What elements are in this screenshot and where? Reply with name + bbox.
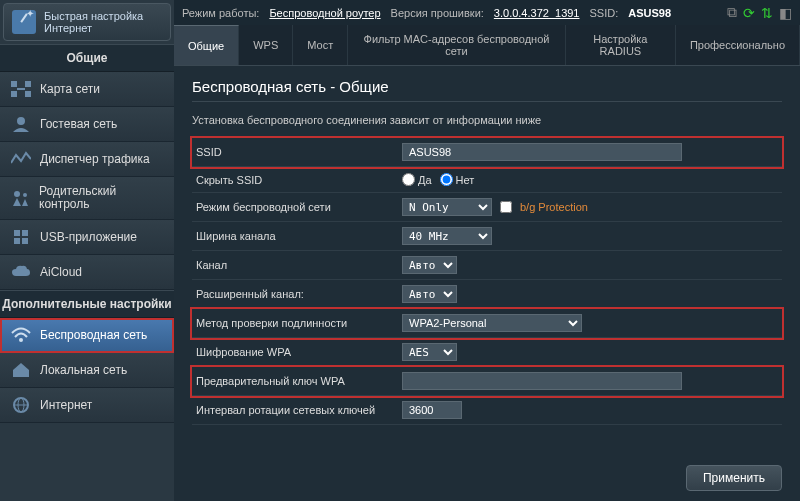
usb-status-icon[interactable]: ⇅ [761,5,773,21]
row-wpa-psk: Предварительный ключ WPA [192,367,782,396]
bg-protection-label: b/g Protection [520,201,588,213]
quick-internet-setup[interactable]: Быстрая настройка Интернет [3,3,171,41]
wifi-icon [10,326,32,344]
sidebar-item-parental-control[interactable]: Родительский контроль [0,177,174,220]
mode-link[interactable]: Беспроводной роутер [269,7,380,19]
tabs: Общие WPS Мост Фильтр MAC-адресов беспро… [174,25,800,66]
ssid-value: ASUS98 [628,7,671,19]
fw-label: Версия прошивки: [391,7,484,19]
ssid-label: SSID [192,146,402,158]
enc-select[interactable]: AES [402,343,457,361]
row-wpa-encryption: Шифрование WPA AES [192,338,782,367]
svg-point-6 [14,191,20,197]
nav-label: Гостевая сеть [40,118,117,131]
row-auth-method: Метод проверки подлинности WPA2-Personal [192,309,782,338]
sidebar-item-wan[interactable]: Интернет [0,388,174,423]
hide-ssid-yes[interactable]: Да [402,173,432,186]
svg-rect-10 [22,230,28,236]
svg-point-5 [17,117,25,125]
nav-label: AiCloud [40,266,82,279]
enc-label: Шифрование WPA [192,346,402,358]
tab-wps[interactable]: WPS [239,25,293,65]
hide-ssid-label: Скрыть SSID [192,174,402,186]
svg-rect-9 [14,238,20,244]
mode-label: Режим беспроводной сети [192,201,402,213]
row-ssid: SSID [192,138,782,167]
nav-label: USB-приложение [40,231,137,244]
globe-icon [10,396,32,414]
separator [192,101,782,102]
sidebar-item-aicloud[interactable]: AiCloud [0,255,174,290]
clients-icon[interactable]: ⧉ [727,4,737,21]
tab-mac-filter[interactable]: Фильтр MAC-адресов беспроводной сети [348,25,566,65]
nav-label: Родительский контроль [39,185,164,211]
sidebar-item-usb-app[interactable]: USB-приложение [0,220,174,255]
sidebar-item-traffic-manager[interactable]: Диспетчер трафика [0,142,174,177]
sidebar-item-wireless[interactable]: Беспроводная сеть [0,318,174,353]
traffic-icon [10,150,32,168]
row-hide-ssid: Скрыть SSID Да Нет [192,167,782,193]
tab-bridge[interactable]: Мост [293,25,348,65]
section-advanced: Дополнительные настройки [0,290,174,318]
psk-label: Предварительный ключ WPA [192,375,402,387]
main-content: Режим работы: Беспроводной роутер Версия… [174,0,800,501]
nav-label: Карта сети [40,83,100,96]
rekey-label: Интервал ротации сетевых ключей [192,404,402,416]
auth-label: Метод проверки подлинности [192,317,402,329]
nav-label: Интернет [40,399,92,412]
ssid-label: SSID: [589,7,618,19]
mode-label: Режим работы: [182,7,259,19]
svg-point-7 [23,193,27,197]
sidebar-item-lan[interactable]: Локальная сеть [0,353,174,388]
rekey-input[interactable] [402,401,462,419]
row-ext-channel: Расширенный канал: Авто [192,280,782,309]
svg-rect-4 [17,88,25,90]
svg-rect-1 [11,91,17,97]
row-channel: Канал Авто [192,251,782,280]
page-title: Беспроводная сеть - Общие [192,78,782,95]
network-map-icon [10,80,32,98]
section-general: Общие [0,44,174,72]
row-rekey-interval: Интервал ротации сетевых ключей [192,396,782,425]
width-select[interactable]: 40 MHz [402,227,492,245]
svg-rect-0 [11,81,17,87]
tab-general[interactable]: Общие [174,25,239,65]
topbar: Режим работы: Беспроводной роутер Версия… [174,0,800,25]
fw-link[interactable]: 3.0.0.4.372_1391 [494,7,580,19]
wand-icon [12,10,36,34]
apply-button[interactable]: Применить [686,465,782,491]
sidebar-item-network-map[interactable]: Карта сети [0,72,174,107]
channel-select[interactable]: Авто [402,256,457,274]
mode-select[interactable]: N Only [402,198,492,216]
nav-label: Локальная сеть [40,364,127,377]
hide-ssid-no[interactable]: Нет [440,173,475,186]
sidebar-item-guest-network[interactable]: Гостевая сеть [0,107,174,142]
nav-label: Беспроводная сеть [40,329,147,342]
svg-rect-2 [25,81,31,87]
svg-point-12 [19,338,23,342]
auth-select[interactable]: WPA2-Personal [402,314,582,332]
ext-channel-label: Расширенный канал: [192,288,402,300]
page-description: Установка беспроводного соединения завис… [192,114,782,126]
qis-label: Быстрая настройка Интернет [44,10,143,34]
nav-label: Диспетчер трафика [40,153,150,166]
row-channel-width: Ширина канала 40 MHz [192,222,782,251]
svg-rect-8 [14,230,20,236]
cloud-icon [10,263,32,281]
ssid-input[interactable] [402,143,682,161]
svg-rect-3 [25,91,31,97]
guest-icon [10,115,32,133]
internet-icon[interactable]: ⟳ [743,5,755,21]
psk-input[interactable] [402,372,682,390]
usb-icon [10,228,32,246]
bottom-bar: Применить [174,455,800,501]
channel-label: Канал [192,259,402,271]
tab-radius[interactable]: Настройка RADIUS [566,25,676,65]
sidebar: Быстрая настройка Интернет Общие Карта с… [0,0,174,501]
row-wireless-mode: Режим беспроводной сети N Only b/g Prote… [192,193,782,222]
ext-channel-select[interactable]: Авто [402,285,457,303]
content: Беспроводная сеть - Общие Установка бесп… [174,66,800,455]
tab-professional[interactable]: Профессионально [676,25,800,65]
bg-protection-check[interactable] [500,201,512,213]
lang-icon[interactable]: ◧ [779,5,792,21]
